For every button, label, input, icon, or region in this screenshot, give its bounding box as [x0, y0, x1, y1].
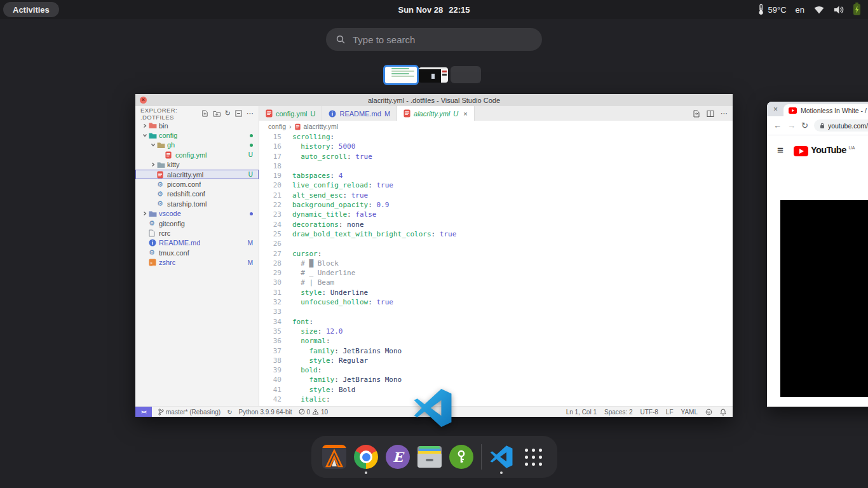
vscode-titlebar[interactable]: × alacritty.yml - .dotfiles - Visual Stu… — [135, 94, 733, 106]
new-file-icon[interactable] — [201, 110, 208, 117]
line-number: 31 — [259, 288, 281, 297]
tree-item-readme-md[interactable]: README.mdM — [135, 238, 259, 248]
tree-item-label: gitconfig — [159, 220, 185, 227]
emacs-icon[interactable]: E — [386, 445, 410, 469]
system-tray[interactable]: 59°C en — [757, 0, 860, 19]
split-editor-icon[interactable] — [707, 110, 714, 118]
line-number: 17 — [259, 152, 281, 161]
keyboard-layout[interactable]: en — [796, 5, 804, 15]
workspace-thumbnail-active[interactable] — [383, 65, 419, 85]
indentation[interactable]: Spaces: 2 — [604, 409, 632, 416]
tree-item-rcrc[interactable]: rcrc — [135, 228, 259, 238]
workspace-thumbnail-youtube[interactable] — [419, 67, 448, 83]
code-editor[interactable]: 15scrolling:16 history: 500017 auto_scro… — [259, 132, 733, 406]
video-player[interactable] — [780, 200, 868, 397]
temperature-label: 59°C — [768, 5, 786, 15]
notifications-bell-icon[interactable] — [720, 409, 726, 416]
workspace-thumbnail-empty[interactable] — [451, 66, 481, 83]
code-line: 16 history: 5000 — [259, 142, 733, 151]
vscode-app-badge-icon[interactable] — [412, 388, 453, 428]
tree-item-alacritty-yml[interactable]: alacritty.ymlU — [135, 170, 259, 179]
code-line: 32 unfocused_hollow: true — [259, 297, 733, 307]
address-bar[interactable]: youtube.com/wa — [814, 119, 868, 132]
tab-close-icon[interactable]: × — [773, 105, 778, 114]
tab-git-badge: M — [384, 110, 390, 118]
tree-item-redshift-conf[interactable]: ⚙redshift.conf — [135, 189, 259, 199]
line-number: 18 — [259, 161, 281, 171]
tree-item-tmux-conf[interactable]: ⚙tmux.conf — [135, 248, 259, 257]
clock[interactable]: Sun Nov 28 22:15 — [0, 0, 868, 19]
error-icon — [299, 409, 305, 415]
wifi-icon[interactable] — [813, 5, 825, 15]
problems-status[interactable]: 0 10 — [299, 409, 329, 416]
code-line: 33 — [259, 307, 733, 316]
vscode-icon[interactable] — [489, 445, 513, 469]
yaml-file-icon — [403, 109, 410, 118]
youtube-logo[interactable]: YouTube UA — [794, 145, 855, 156]
keepassxc-icon[interactable] — [449, 445, 473, 469]
language-mode[interactable]: YAML — [681, 409, 698, 416]
tree-item-config-yml[interactable]: config.ymlU — [135, 150, 259, 159]
tree-item-bin[interactable]: bin — [135, 121, 259, 130]
search-bar[interactable]: Type to search — [326, 28, 542, 51]
open-changes-icon[interactable] — [693, 110, 700, 118]
refresh-icon[interactable]: ↻ — [225, 109, 231, 118]
tree-item-kitty[interactable]: kitty — [135, 160, 259, 170]
tab-label: config.yml — [276, 110, 308, 118]
tree-item-vscode[interactable]: vscode — [135, 209, 259, 219]
tree-item-gh[interactable]: gh — [135, 140, 259, 150]
git-branch-status[interactable]: master* (Rebasing) — [158, 409, 220, 416]
tree-item-label: alacritty.yml — [167, 171, 203, 179]
line-number: 16 — [259, 142, 281, 151]
new-folder-icon[interactable] — [213, 111, 220, 117]
browser-tab[interactable]: Motionless In White - / — [783, 104, 868, 116]
remote-indicator[interactable]: >< — [135, 407, 152, 417]
yaml-icon — [165, 151, 175, 159]
app-grid-icon[interactable] — [521, 445, 545, 469]
alacritty-icon[interactable] — [322, 445, 346, 469]
chrome-icon[interactable] — [354, 445, 378, 469]
volume-icon[interactable] — [834, 5, 844, 15]
cursor-position[interactable]: Ln 1, Col 1 — [566, 409, 597, 416]
encoding[interactable]: UTF-8 — [640, 409, 658, 416]
breadcrumb-file[interactable]: alacritty.yml — [304, 123, 339, 130]
temperature-indicator[interactable]: 59°C — [757, 4, 786, 15]
forward-icon[interactable]: → — [787, 121, 796, 130]
window-close-button[interactable]: × — [140, 97, 147, 104]
editor-more-icon[interactable]: ⋯ — [721, 109, 728, 118]
tree-item-label: tmux.conf — [159, 249, 189, 257]
tab-config-yml[interactable]: config.yml U — [259, 106, 322, 121]
tree-item-label: rcrc — [159, 229, 170, 237]
git-badge: M — [248, 257, 253, 267]
reload-icon[interactable]: ↻ — [801, 121, 808, 130]
back-icon[interactable]: ← — [773, 121, 782, 130]
tree-item-zshrc[interactable]: >_zshrcM — [135, 257, 259, 267]
hamburger-menu-icon[interactable]: ≡ — [777, 144, 783, 157]
files-icon[interactable] — [417, 445, 442, 469]
git-badge: U — [248, 150, 253, 159]
tab-alacritty-yml[interactable]: alacritty.yml U × — [397, 106, 475, 121]
battery-charging-icon[interactable] — [853, 4, 860, 15]
eol-sequence[interactable]: LF — [666, 409, 674, 416]
line-number: 41 — [259, 385, 281, 395]
tree-item-config[interactable]: config — [135, 130, 259, 140]
line-number: 33 — [259, 307, 281, 316]
python-interpreter[interactable]: Python 3.9.9 64-bit — [239, 409, 292, 416]
collapse-folders-icon[interactable] — [235, 110, 242, 117]
tree-item-picom-conf[interactable]: ⚙picom.conf — [135, 179, 259, 189]
file-tree: binconfigghconfig.ymlUkittyalacritty.yml… — [135, 121, 259, 268]
chevron-icon — [140, 211, 149, 216]
tree-item-gitconfig[interactable]: ⚙gitconfig — [135, 219, 259, 228]
tab-readme-md[interactable]: README.md M — [322, 106, 397, 121]
line-number: 23 — [259, 210, 281, 219]
line-number: 40 — [259, 375, 281, 384]
sync-icon[interactable]: ↻ — [227, 409, 232, 416]
browser-tabstrip[interactable]: × Motionless In White - / — [767, 102, 868, 116]
feedback-icon[interactable] — [705, 409, 712, 416]
tab-close-icon[interactable]: × — [463, 110, 467, 118]
breadcrumb-folder[interactable]: config — [268, 123, 286, 130]
tab-label: README.md — [339, 110, 381, 118]
tree-item-starship-toml[interactable]: ⚙starship.toml — [135, 199, 259, 208]
line-number: 34 — [259, 317, 281, 327]
explorer-more-icon[interactable]: ⋯ — [247, 109, 254, 118]
